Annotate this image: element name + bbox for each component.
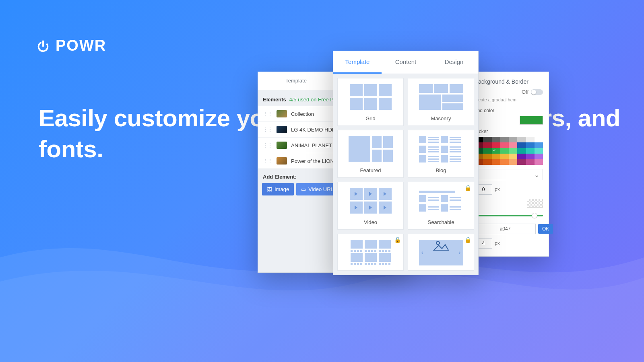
template-card-label: Grid xyxy=(365,115,376,121)
template-card-grid[interactable]: Grid xyxy=(337,78,404,126)
template-card-slider[interactable]: 🔒 ‹ › xyxy=(408,234,474,271)
thumbnail xyxy=(277,126,287,133)
number-input-row: px xyxy=(475,238,543,249)
chevron-right-icon: › xyxy=(458,249,460,256)
color-swatch[interactable] xyxy=(520,116,543,125)
toggle-off-label: Off xyxy=(522,89,528,95)
hex-input-row: OK xyxy=(475,224,543,234)
template-card-label: Masonry xyxy=(431,115,451,121)
list-item-label: Collection xyxy=(291,111,314,117)
template-card-label: Searchable xyxy=(428,219,454,225)
bg-color-label: und color xyxy=(475,108,543,113)
template-card-blog[interactable]: Blog xyxy=(408,130,474,178)
lock-icon: 🔒 xyxy=(464,185,471,191)
video-icon: ▭ xyxy=(301,186,306,192)
template-card-pinterest[interactable]: 🔒 xyxy=(337,234,404,271)
design-section-title: Background & Border xyxy=(475,78,543,85)
tab-content[interactable]: Content xyxy=(382,51,430,74)
add-video-button[interactable]: ▭Video URL xyxy=(296,183,339,195)
tab-design[interactable]: Design xyxy=(430,51,478,74)
image-placeholder-icon xyxy=(433,240,449,252)
lock-icon: 🔒 xyxy=(464,237,471,243)
chevron-left-icon: ‹ xyxy=(421,249,423,256)
gradient-toggle-row: Off xyxy=(475,89,543,95)
template-card-featured[interactable]: Featured xyxy=(337,130,404,178)
hex-input[interactable] xyxy=(475,224,536,234)
drag-icon[interactable]: ⋮⋮ xyxy=(263,111,272,117)
add-image-button[interactable]: 🖼Image xyxy=(262,183,294,195)
powr-icon xyxy=(35,38,51,53)
template-card-label: Blog xyxy=(436,167,446,173)
svg-point-2 xyxy=(436,241,440,245)
brand-logo: POWR xyxy=(35,37,106,54)
template-panel-tabs: Template Content Design xyxy=(333,51,478,74)
toggle-switch[interactable] xyxy=(531,89,543,95)
drag-icon[interactable]: ⋮⋮ xyxy=(263,158,272,164)
brand-text: POWR xyxy=(56,37,106,54)
template-panel: Template Content Design Grid Masonry Fea… xyxy=(333,51,479,275)
design-panel: Background & Border Off create a gradual… xyxy=(469,72,549,257)
lock-icon: 🔒 xyxy=(394,237,401,243)
drag-icon[interactable]: ⋮⋮ xyxy=(263,142,272,148)
opacity-slider[interactable] xyxy=(475,212,543,220)
transparency-swatch[interactable] xyxy=(527,199,543,208)
template-card-video[interactable]: Video xyxy=(337,182,404,230)
number-input-row: px xyxy=(475,184,543,195)
template-card-masonry[interactable]: Masonry xyxy=(408,78,474,126)
list-item-label: Power of the LION xyxy=(291,158,334,164)
template-card-label: Video xyxy=(364,219,377,225)
drag-icon[interactable]: ⋮⋮ xyxy=(263,127,272,132)
thumbnail xyxy=(277,110,287,117)
list-item-label: ANIMAL PLANET xyxy=(291,142,332,148)
tab-template[interactable]: Template xyxy=(258,72,334,90)
thumbnail xyxy=(277,157,287,165)
list-item-label: LG 4K DEMO HDR xyxy=(291,127,336,133)
picker-label: Picker xyxy=(475,129,543,134)
template-card-label: Featured xyxy=(360,167,381,173)
ok-button[interactable]: OK xyxy=(538,224,553,234)
unit-label: px xyxy=(495,187,500,192)
unit-label: px xyxy=(495,241,500,246)
template-grid: Grid Masonry Featured Blog xyxy=(333,74,478,275)
color-picker[interactable]: ✓ xyxy=(475,137,543,165)
thumbnail xyxy=(277,142,287,149)
hint-text: create a gradual hem xyxy=(475,97,543,102)
template-card-searchable[interactable]: 🔒 Searchable xyxy=(408,182,474,230)
dropdown-select[interactable] xyxy=(475,169,543,180)
image-icon: 🖼 xyxy=(267,186,272,192)
tab-template[interactable]: Template xyxy=(333,51,382,74)
